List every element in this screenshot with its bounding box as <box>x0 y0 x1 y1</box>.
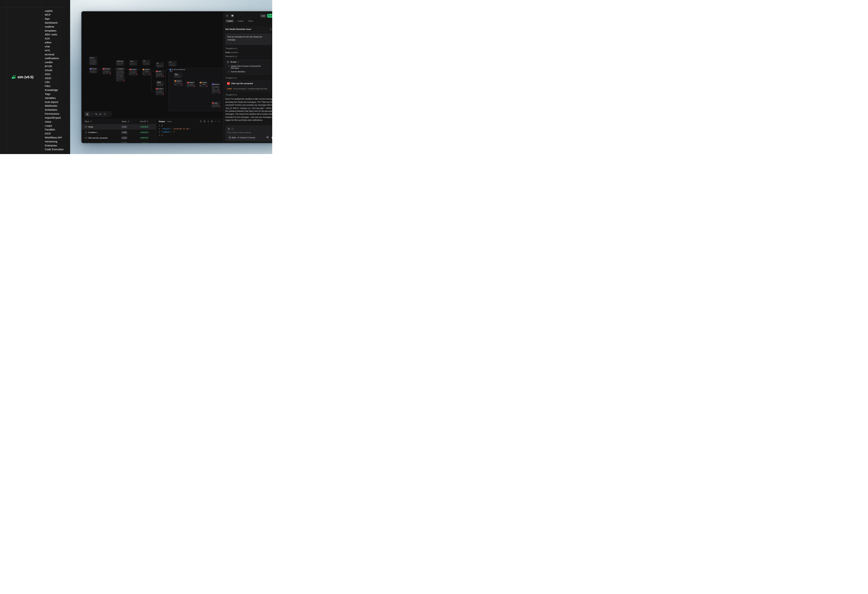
error-port[interactable] <box>163 76 164 77</box>
workflow-canvas[interactable]: For Each Unreacted Message Start Overvie… <box>81 12 223 119</box>
input-port[interactable] <box>199 82 199 83</box>
block-name: Read messages 24hr <box>88 142 106 143</box>
input-port[interactable] <box>155 88 156 89</box>
note-card[interactable]: EndNothing to do. All messages are addre… <box>156 62 164 68</box>
output-port[interactable] <box>137 69 137 70</box>
column-block[interactable]: Block <box>85 119 92 124</box>
output-port[interactable] <box>164 71 164 72</box>
input-port[interactable] <box>116 68 116 69</box>
tab-editor[interactable]: Editor <box>247 19 255 22</box>
model-selector[interactable]: A\ Claude 4.5 Sonnet <box>236 136 257 140</box>
search-icon[interactable] <box>200 120 202 123</box>
copilot-input-card[interactable]: @ / Plan, search, build anything Build A… <box>225 125 272 141</box>
workflow-node[interactable]: Check Valid TSIf<validatethreadts.result… <box>199 81 207 87</box>
workflow-node[interactable]: Condition 1IfArray.isArray(<filterlast2h… <box>142 68 151 75</box>
output-port[interactable] <box>97 68 97 69</box>
note-card[interactable]: Read MessagesRead all messages in #help-… <box>116 60 124 66</box>
workflow-node[interactable]: </>Get On-Duty UserLanguageJavaScriptCod… <box>155 87 164 95</box>
undo-button[interactable] <box>95 112 98 116</box>
note-card[interactable]: 2 HoursFormats time for Slack - 2 hour w… <box>129 60 137 66</box>
chat-history-button[interactable] <box>230 14 234 18</box>
workflow-node[interactable]: Skip if On-Duty UserIf)) => (const onDut… <box>174 80 182 86</box>
tab-copilot[interactable]: Copilot <box>225 19 234 22</box>
live-button[interactable]: Live <box>260 14 266 18</box>
panel-more-button[interactable] <box>225 14 229 18</box>
delete-icon[interactable] <box>211 120 213 123</box>
input-port[interactable] <box>142 69 142 70</box>
mention-button[interactable]: @ <box>227 127 230 130</box>
error-port[interactable] <box>124 80 124 81</box>
workflow-node[interactable]: Write messageMessages# Task Return a sum… <box>212 83 220 93</box>
error-port[interactable] <box>182 84 182 85</box>
note-card[interactable]: LoopLoop over each unreacted message and… <box>168 61 177 66</box>
note-card[interactable]: Get User (optional)Find on duty user bas… <box>156 81 164 86</box>
cursor-tool-button[interactable] <box>85 112 89 116</box>
run-id: cbd63b10 <box>140 131 148 133</box>
todo-item[interactable]: 1.Update Filter Function to Exclude Bot … <box>226 64 271 70</box>
note-card[interactable]: FilterFilter to find Slack messages with… <box>142 60 151 65</box>
attach-image-icon[interactable] <box>266 136 269 139</box>
workflow-node[interactable]: </>emptyLanguageJavaScriptCodereturn 'no… <box>155 70 164 78</box>
field-label: Language <box>156 74 160 74</box>
output-port[interactable] <box>111 68 111 69</box>
thought-label[interactable]: Thought for 1s <box>225 77 272 79</box>
cursor-mode-chevron-icon[interactable] <box>90 112 93 116</box>
slash-command-button[interactable]: / <box>231 127 234 130</box>
code-card-header[interactable]: </> Filter last 2hr unreacted <box>226 81 271 86</box>
todo-item[interactable]: 2.Test the Workflow <box>226 70 271 74</box>
table-row[interactable]: </>Filter last 2hr unreactedInfocbd63b10 <box>81 135 156 141</box>
download-icon[interactable] <box>207 120 210 123</box>
loop-start-node[interactable]: Start <box>170 71 173 72</box>
tab-toolbar[interactable]: Toolbar <box>236 19 245 22</box>
input-port[interactable] <box>174 80 174 81</box>
error-port[interactable] <box>137 74 137 75</box>
todos-header[interactable]: To-dos 2 <box>226 60 271 64</box>
input-port[interactable] <box>102 68 103 69</box>
error-port[interactable] <box>220 106 220 108</box>
workflow-node[interactable]: </>empty-1LanguageJavaScriptCodereturn '… <box>212 102 220 108</box>
workflow-node[interactable]: </>Validate Thread TSLanguageJavaScriptC… <box>187 81 195 87</box>
tab-output[interactable]: Output <box>159 120 165 122</box>
field-value: Array.isArray(<filterlast2hrunreac... <box>145 71 150 72</box>
workflow-node[interactable]: </>Filter last 2hr unreactedLanguageJava… <box>129 68 137 75</box>
new-chat-button[interactable]: + <box>270 28 271 31</box>
tab-input[interactable]: Input <box>167 120 171 122</box>
chat-scroll-area[interactable]: Dont do reminders for the Sim Studio bot… <box>223 32 272 122</box>
error-port[interactable] <box>207 86 207 87</box>
error-port[interactable] <box>194 86 195 87</box>
input-port[interactable] <box>155 71 156 72</box>
table-row[interactable]: Condition 1Infocbd63b10 <box>81 130 156 135</box>
error-port[interactable] <box>150 74 151 75</box>
workflow-node[interactable]: Read messages 24hrOperationRead Messages… <box>116 68 124 81</box>
more-options-icon[interactable] <box>214 120 217 123</box>
copy-icon[interactable] <box>203 120 206 123</box>
note-card[interactable]: OverviewEvery 30 minutes, run a workflow… <box>89 57 97 65</box>
input-port[interactable] <box>128 69 129 70</box>
workflow-node[interactable]: Every 30 minutesRun FrequencyEvery X Min… <box>89 68 97 73</box>
redo-button[interactable] <box>99 112 102 116</box>
workflow-node[interactable]: </>24hr timestampLanguageJavaScriptCodec… <box>102 68 111 74</box>
input-port[interactable] <box>211 102 212 103</box>
table-row[interactable]: </>emptyInfocbd63b10 <box>81 124 156 130</box>
collapse-chevron-icon[interactable] <box>218 120 220 123</box>
error-port[interactable] <box>163 93 164 94</box>
error-port[interactable] <box>220 92 220 93</box>
copilot-input[interactable]: Plan, search, build anything <box>227 131 251 134</box>
table-row[interactable]: Read messages 24hrInfocbd63b10 <box>81 141 156 143</box>
output-port[interactable] <box>124 68 125 69</box>
column-run-id[interactable]: Run ID <box>140 119 149 124</box>
thought-label[interactable]: Thought for 1s <box>225 47 272 50</box>
column-status[interactable]: Status <box>122 119 130 124</box>
note-card[interactable]: Create MessageWrite content for the Slac… <box>174 73 182 78</box>
output-port[interactable] <box>150 69 151 70</box>
input-port[interactable] <box>89 68 89 69</box>
input-port[interactable] <box>186 82 187 83</box>
thought-label[interactable]: Thought for 1s <box>225 93 272 96</box>
planned-label[interactable]: Planned for 1s <box>225 55 272 57</box>
input-port[interactable] <box>211 84 212 84</box>
output-port[interactable] <box>164 88 164 89</box>
error-port[interactable] <box>110 73 111 74</box>
fit-view-button[interactable] <box>103 112 106 116</box>
send-button[interactable]: ↑ <box>272 136 272 140</box>
run-button[interactable]: Run <box>267 14 272 18</box>
